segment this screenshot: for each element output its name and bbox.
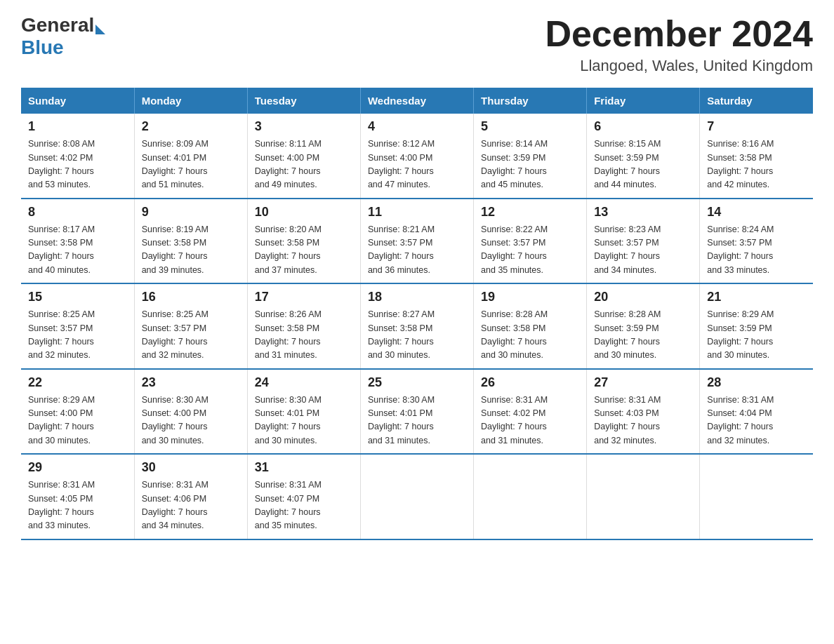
day-number: 31 bbox=[255, 460, 353, 475]
day-number: 3 bbox=[255, 119, 353, 134]
header-wednesday: Wednesday bbox=[360, 88, 473, 114]
day-number: 7 bbox=[707, 119, 806, 134]
day-cell-3: 3 Sunrise: 8:11 AM Sunset: 4:00 PM Dayli… bbox=[247, 114, 360, 199]
day-cell-5: 5 Sunrise: 8:14 AM Sunset: 3:59 PM Dayli… bbox=[474, 114, 587, 199]
day-cell-27: 27 Sunrise: 8:31 AM Sunset: 4:03 PM Dayl… bbox=[587, 369, 700, 455]
empty-cell bbox=[360, 454, 473, 539]
day-info: Sunrise: 8:29 AM Sunset: 3:59 PM Dayligh… bbox=[707, 308, 806, 363]
header-sunday: Sunday bbox=[21, 88, 134, 114]
day-info: Sunrise: 8:31 AM Sunset: 4:07 PM Dayligh… bbox=[255, 478, 353, 533]
day-info: Sunrise: 8:26 AM Sunset: 3:58 PM Dayligh… bbox=[255, 308, 353, 363]
day-cell-9: 9 Sunrise: 8:19 AM Sunset: 3:58 PM Dayli… bbox=[134, 199, 247, 284]
day-number: 16 bbox=[142, 290, 240, 304]
day-cell-17: 17 Sunrise: 8:26 AM Sunset: 3:58 PM Dayl… bbox=[247, 283, 360, 369]
day-number: 24 bbox=[255, 375, 353, 390]
location-text: Llangoed, Wales, United Kingdom bbox=[545, 57, 813, 75]
day-info: Sunrise: 8:22 AM Sunset: 3:57 PM Dayligh… bbox=[481, 223, 579, 278]
day-info: Sunrise: 8:31 AM Sunset: 4:05 PM Dayligh… bbox=[28, 478, 127, 533]
day-info: Sunrise: 8:25 AM Sunset: 3:57 PM Dayligh… bbox=[142, 308, 240, 363]
day-cell-21: 21 Sunrise: 8:29 AM Sunset: 3:59 PM Dayl… bbox=[700, 283, 813, 369]
day-number: 13 bbox=[594, 205, 692, 220]
day-cell-12: 12 Sunrise: 8:22 AM Sunset: 3:57 PM Dayl… bbox=[474, 199, 587, 284]
day-cell-16: 16 Sunrise: 8:25 AM Sunset: 3:57 PM Dayl… bbox=[134, 283, 247, 369]
day-number: 30 bbox=[142, 460, 240, 475]
day-number: 1 bbox=[28, 119, 127, 134]
day-cell-24: 24 Sunrise: 8:30 AM Sunset: 4:01 PM Dayl… bbox=[247, 369, 360, 455]
day-info: Sunrise: 8:30 AM Sunset: 4:01 PM Dayligh… bbox=[368, 394, 466, 448]
day-info: Sunrise: 8:28 AM Sunset: 3:58 PM Dayligh… bbox=[481, 308, 579, 363]
week-row-4: 22 Sunrise: 8:29 AM Sunset: 4:00 PM Dayl… bbox=[21, 369, 813, 455]
day-info: Sunrise: 8:31 AM Sunset: 4:03 PM Dayligh… bbox=[594, 394, 692, 448]
day-number: 6 bbox=[594, 119, 692, 134]
day-number: 14 bbox=[707, 205, 806, 220]
day-cell-30: 30 Sunrise: 8:31 AM Sunset: 4:06 PM Dayl… bbox=[134, 454, 247, 539]
day-cell-10: 10 Sunrise: 8:20 AM Sunset: 3:58 PM Dayl… bbox=[247, 199, 360, 284]
day-info: Sunrise: 8:09 AM Sunset: 4:01 PM Dayligh… bbox=[142, 137, 240, 192]
day-cell-18: 18 Sunrise: 8:27 AM Sunset: 3:58 PM Dayl… bbox=[360, 283, 473, 369]
day-cell-4: 4 Sunrise: 8:12 AM Sunset: 4:00 PM Dayli… bbox=[360, 114, 473, 199]
day-cell-26: 26 Sunrise: 8:31 AM Sunset: 4:02 PM Dayl… bbox=[474, 369, 587, 455]
day-info: Sunrise: 8:16 AM Sunset: 3:58 PM Dayligh… bbox=[707, 137, 806, 192]
day-number: 5 bbox=[481, 119, 579, 134]
day-info: Sunrise: 8:30 AM Sunset: 4:01 PM Dayligh… bbox=[255, 394, 353, 448]
day-cell-29: 29 Sunrise: 8:31 AM Sunset: 4:05 PM Dayl… bbox=[21, 454, 134, 539]
header-friday: Friday bbox=[587, 88, 700, 114]
day-info: Sunrise: 8:12 AM Sunset: 4:00 PM Dayligh… bbox=[368, 137, 466, 192]
day-cell-23: 23 Sunrise: 8:30 AM Sunset: 4:00 PM Dayl… bbox=[134, 369, 247, 455]
day-number: 15 bbox=[28, 290, 127, 304]
day-info: Sunrise: 8:30 AM Sunset: 4:00 PM Dayligh… bbox=[142, 394, 240, 448]
day-cell-1: 1 Sunrise: 8:08 AM Sunset: 4:02 PM Dayli… bbox=[21, 114, 134, 199]
week-row-2: 8 Sunrise: 8:17 AM Sunset: 3:58 PM Dayli… bbox=[21, 199, 813, 284]
day-number: 23 bbox=[142, 375, 240, 390]
day-info: Sunrise: 8:21 AM Sunset: 3:57 PM Dayligh… bbox=[368, 223, 466, 278]
week-row-3: 15 Sunrise: 8:25 AM Sunset: 3:57 PM Dayl… bbox=[21, 283, 813, 369]
empty-cell bbox=[474, 454, 587, 539]
day-info: Sunrise: 8:31 AM Sunset: 4:06 PM Dayligh… bbox=[142, 478, 240, 533]
day-number: 25 bbox=[368, 375, 466, 390]
day-cell-14: 14 Sunrise: 8:24 AM Sunset: 3:57 PM Dayl… bbox=[700, 199, 813, 284]
title-block: December 2024 Llangoed, Wales, United Ki… bbox=[545, 14, 813, 75]
day-number: 22 bbox=[28, 375, 127, 390]
day-info: Sunrise: 8:17 AM Sunset: 3:58 PM Dayligh… bbox=[28, 223, 127, 278]
day-info: Sunrise: 8:08 AM Sunset: 4:02 PM Dayligh… bbox=[28, 137, 127, 192]
week-row-1: 1 Sunrise: 8:08 AM Sunset: 4:02 PM Dayli… bbox=[21, 114, 813, 199]
day-number: 21 bbox=[707, 290, 806, 304]
header-monday: Monday bbox=[134, 88, 247, 114]
logo-blue-text: Blue bbox=[21, 36, 64, 59]
day-number: 19 bbox=[481, 290, 579, 304]
day-number: 28 bbox=[707, 375, 806, 390]
day-cell-7: 7 Sunrise: 8:16 AM Sunset: 3:58 PM Dayli… bbox=[700, 114, 813, 199]
day-info: Sunrise: 8:31 AM Sunset: 4:02 PM Dayligh… bbox=[481, 394, 579, 448]
day-number: 8 bbox=[28, 205, 127, 220]
day-cell-2: 2 Sunrise: 8:09 AM Sunset: 4:01 PM Dayli… bbox=[134, 114, 247, 199]
day-number: 12 bbox=[481, 205, 579, 220]
month-title: December 2024 bbox=[545, 14, 813, 54]
empty-cell bbox=[700, 454, 813, 539]
header-tuesday: Tuesday bbox=[247, 88, 360, 114]
day-cell-8: 8 Sunrise: 8:17 AM Sunset: 3:58 PM Dayli… bbox=[21, 199, 134, 284]
day-cell-11: 11 Sunrise: 8:21 AM Sunset: 3:57 PM Dayl… bbox=[360, 199, 473, 284]
week-row-5: 29 Sunrise: 8:31 AM Sunset: 4:05 PM Dayl… bbox=[21, 454, 813, 539]
day-number: 18 bbox=[368, 290, 466, 304]
day-number: 20 bbox=[594, 290, 692, 304]
day-info: Sunrise: 8:25 AM Sunset: 3:57 PM Dayligh… bbox=[28, 308, 127, 363]
day-info: Sunrise: 8:24 AM Sunset: 3:57 PM Dayligh… bbox=[707, 223, 806, 278]
calendar-table: SundayMondayTuesdayWednesdayThursdayFrid… bbox=[21, 88, 813, 540]
page-header: General Blue December 2024 Llangoed, Wal… bbox=[21, 14, 813, 75]
header-thursday: Thursday bbox=[474, 88, 587, 114]
day-number: 11 bbox=[368, 205, 466, 220]
day-info: Sunrise: 8:28 AM Sunset: 3:59 PM Dayligh… bbox=[594, 308, 692, 363]
day-number: 9 bbox=[142, 205, 240, 220]
day-info: Sunrise: 8:31 AM Sunset: 4:04 PM Dayligh… bbox=[707, 394, 806, 448]
day-info: Sunrise: 8:15 AM Sunset: 3:59 PM Dayligh… bbox=[594, 137, 692, 192]
day-cell-22: 22 Sunrise: 8:29 AM Sunset: 4:00 PM Dayl… bbox=[21, 369, 134, 455]
day-cell-6: 6 Sunrise: 8:15 AM Sunset: 3:59 PM Dayli… bbox=[587, 114, 700, 199]
day-info: Sunrise: 8:19 AM Sunset: 3:58 PM Dayligh… bbox=[142, 223, 240, 278]
day-number: 10 bbox=[255, 205, 353, 220]
logo-arrow-icon bbox=[95, 25, 105, 34]
day-number: 26 bbox=[481, 375, 579, 390]
day-info: Sunrise: 8:27 AM Sunset: 3:58 PM Dayligh… bbox=[368, 308, 466, 363]
day-cell-13: 13 Sunrise: 8:23 AM Sunset: 3:57 PM Dayl… bbox=[587, 199, 700, 284]
day-cell-28: 28 Sunrise: 8:31 AM Sunset: 4:04 PM Dayl… bbox=[700, 369, 813, 455]
logo-general-text: General bbox=[21, 14, 94, 36]
